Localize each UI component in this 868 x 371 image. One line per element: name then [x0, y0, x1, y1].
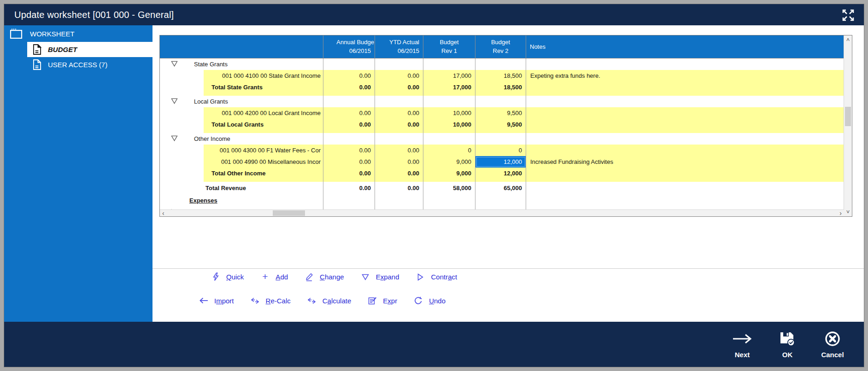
note-cell[interactable] [526, 145, 844, 156]
value-cell[interactable] [323, 58, 375, 70]
vertical-scrollbar[interactable]: ˄ ˅ [844, 35, 852, 216]
sidebar-item-budget[interactable]: BUDGET [27, 42, 152, 57]
value-cell[interactable]: 0 [475, 145, 526, 156]
description-cell[interactable]: Total Revenue [160, 182, 323, 195]
value-cell[interactable]: 0.00 [375, 81, 423, 93]
note-cell[interactable] [526, 107, 844, 119]
note-cell[interactable] [526, 81, 844, 93]
value-cell[interactable] [323, 133, 375, 145]
note-cell[interactable] [526, 96, 844, 107]
value-cell[interactable]: 0.00 [323, 119, 375, 130]
description-cell[interactable]: Total Other Income [160, 168, 323, 179]
description-cell[interactable]: State Grants [160, 58, 323, 70]
value-cell[interactable]: 9,500 [475, 107, 526, 119]
value-cell[interactable] [323, 195, 375, 207]
value-cell[interactable]: 9,500 [475, 119, 526, 130]
value-cell[interactable] [423, 58, 475, 70]
value-cell[interactable]: 0.00 [375, 182, 423, 195]
value-cell[interactable]: 58,000 [423, 182, 475, 195]
scroll-right-icon[interactable]: › [839, 209, 842, 217]
change-button[interactable]: Change [305, 272, 344, 281]
value-cell[interactable]: 65,000 [475, 182, 526, 195]
description-cell[interactable]: Other Income [160, 133, 323, 145]
value-cell[interactable]: 10,000 [423, 119, 475, 130]
collapse-triangle-icon[interactable] [171, 98, 178, 104]
value-cell[interactable] [375, 133, 423, 145]
recalc-button[interactable]: Re-Calc [251, 297, 291, 305]
value-cell[interactable] [423, 133, 475, 145]
value-cell[interactable]: 0.00 [323, 182, 375, 195]
quick-button[interactable]: Quick [211, 272, 244, 281]
description-cell[interactable]: Total Local Grants [160, 119, 323, 130]
horizontal-scrollbar[interactable]: ‹ › [160, 209, 844, 216]
description-cell[interactable]: 001 000 4990 00 Miscellaneous Incor [160, 156, 323, 168]
description-cell[interactable]: Total State Grants [160, 81, 323, 93]
scroll-up-icon[interactable]: ˄ [844, 36, 852, 43]
value-cell[interactable] [475, 195, 526, 207]
description-cell[interactable]: 001 000 4300 00 F1 Water Fees - Cor [160, 145, 323, 156]
note-cell[interactable]: Increased Fundraising Activites [526, 156, 844, 168]
description-cell[interactable]: 001 000 4200 00 Local Grant Income [160, 107, 323, 119]
sidebar-item-user-access[interactable]: USER ACCESS (7) [27, 57, 152, 72]
value-cell[interactable] [423, 195, 475, 207]
import-button[interactable]: Import [199, 297, 234, 305]
scroll-left-icon[interactable]: ‹ [162, 209, 164, 217]
value-cell[interactable]: 18,500 [475, 70, 526, 81]
value-cell[interactable]: 12,000 [475, 168, 526, 179]
value-cell[interactable]: 17,000 [423, 70, 475, 81]
next-button[interactable]: Next [723, 330, 762, 359]
value-cell[interactable]: 0.00 [323, 81, 375, 93]
cancel-button[interactable]: Cancel [813, 330, 852, 359]
value-cell[interactable]: 0.00 [323, 70, 375, 81]
value-cell[interactable]: 0.00 [323, 107, 375, 119]
contract-button[interactable]: Contract [416, 273, 457, 281]
value-cell[interactable] [375, 96, 423, 107]
value-cell[interactable] [475, 133, 526, 145]
value-cell[interactable]: 0.00 [323, 145, 375, 156]
calculate-button[interactable]: Calculate [307, 297, 352, 305]
description-cell[interactable]: Expenses [160, 195, 323, 207]
note-cell[interactable] [526, 168, 844, 179]
value-cell[interactable]: 0.00 [323, 156, 375, 168]
note-cell[interactable]: Expeting extra funds here. [526, 70, 844, 81]
value-cell[interactable] [475, 96, 526, 107]
value-cell[interactable]: 0.00 [375, 168, 423, 179]
collapse-triangle-icon[interactable] [171, 135, 178, 141]
note-cell[interactable] [526, 58, 844, 70]
add-button[interactable]: +Add [260, 273, 288, 281]
value-cell[interactable]: 17,000 [423, 81, 475, 93]
maximize-arrows-icon[interactable] [841, 8, 856, 23]
value-cell[interactable]: 0.00 [323, 168, 375, 179]
collapse-triangle-icon[interactable] [171, 61, 178, 67]
value-cell[interactable] [475, 58, 526, 70]
ok-button[interactable]: OK [768, 330, 807, 359]
undo-button[interactable]: Undo [414, 296, 446, 305]
value-cell[interactable]: 0.00 [375, 119, 423, 130]
value-cell[interactable]: 9,000 [423, 156, 475, 168]
expr-button[interactable]: Expr [368, 296, 397, 305]
expand-button[interactable]: Expand [361, 273, 399, 281]
value-cell[interactable] [375, 195, 423, 207]
value-cell[interactable]: 0.00 [375, 107, 423, 119]
value-cell[interactable]: 0 [423, 145, 475, 156]
value-cell[interactable]: 10,000 [423, 107, 475, 119]
value-cell[interactable]: 18,500 [475, 81, 526, 93]
value-cell[interactable] [423, 96, 475, 107]
scroll-down-icon[interactable]: ˅ [844, 209, 852, 215]
note-cell[interactable] [526, 182, 844, 195]
sidebar-item-worksheet[interactable]: WORKSHEET [4, 25, 152, 42]
horizontal-scroll-thumb[interactable] [273, 210, 305, 216]
note-cell[interactable] [526, 133, 844, 145]
description-cell[interactable]: Local Grants [160, 96, 323, 107]
value-cell[interactable]: 9,000 [423, 168, 475, 179]
value-cell[interactable]: 0.00 [375, 156, 423, 168]
note-cell[interactable] [526, 195, 844, 207]
value-cell[interactable] [323, 96, 375, 107]
value-cell[interactable]: 0.00 [375, 70, 423, 81]
value-cell[interactable]: 0.00 [375, 145, 423, 156]
description-cell[interactable]: 001 000 4100 00 State Grant Income [160, 70, 323, 81]
value-cell[interactable] [375, 58, 423, 70]
vertical-scroll-thumb[interactable] [845, 107, 851, 126]
value-cell[interactable]: 12,000 [475, 156, 526, 168]
note-cell[interactable] [526, 119, 844, 130]
